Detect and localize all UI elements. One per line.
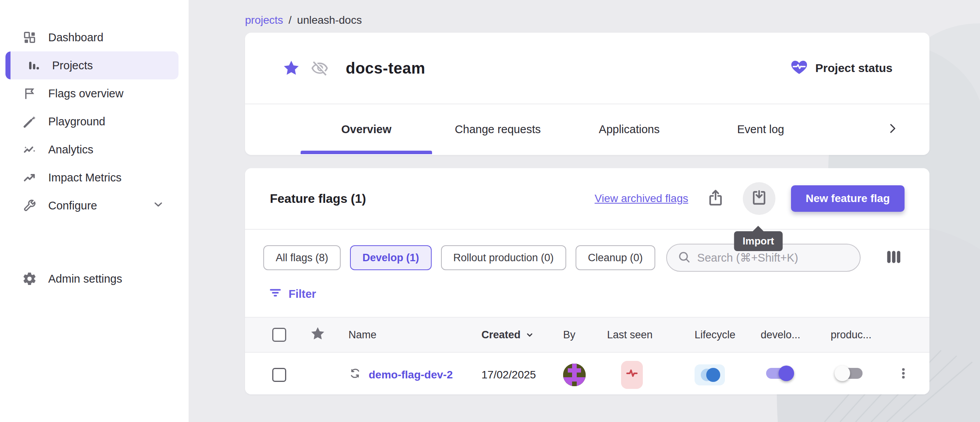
project-header-card: docs-team Project status Overview Ch (245, 33, 929, 155)
columns-icon (884, 247, 903, 268)
flag-table-row: demo-flag-dev-2 17/02/2025 (245, 353, 929, 394)
sync-icon (348, 367, 362, 383)
sidebar-item-label: Configure (48, 199, 97, 212)
project-title: docs-team (346, 60, 425, 77)
column-header-last-seen[interactable]: Last seen (607, 329, 695, 341)
sidebar-item-label: Dashboard (48, 31, 103, 44)
column-header-lifecycle[interactable]: Lifecycle (695, 329, 761, 341)
favorite-column-icon[interactable] (310, 325, 348, 345)
flag-filters-row: All flags (8) Develop (1) Rollout produc… (245, 230, 929, 272)
tab-applications[interactable]: Applications (564, 104, 695, 154)
filter-label: Filter (289, 288, 316, 301)
new-feature-flag-button[interactable]: New feature flag (791, 185, 905, 212)
production-environment-toggle[interactable] (836, 368, 863, 379)
column-header-production[interactable]: produc... (831, 329, 891, 341)
kebab-menu-icon (897, 367, 910, 380)
chevron-down-icon (152, 198, 164, 213)
sidebar-item-analytics[interactable]: Analytics (0, 135, 189, 164)
flags-actions: View archived flags New feature flag (595, 182, 905, 215)
main-content: projects / unleash-docs docs-team (189, 0, 980, 422)
tab-label: Applications (599, 123, 660, 136)
columns-button[interactable] (884, 247, 903, 268)
chevron-right-icon (886, 122, 899, 137)
row-actions-menu-button[interactable] (897, 367, 914, 383)
breadcrumb-separator: / (289, 14, 292, 26)
export-button[interactable] (704, 187, 727, 210)
tab-change-requests[interactable]: Change requests (432, 104, 564, 154)
breadcrumb-current: unleash-docs (297, 14, 362, 26)
sidebar-item-admin-settings[interactable]: Admin settings (0, 265, 189, 293)
tab-label: Overview (341, 123, 392, 136)
feature-flags-card: Feature flags (1) View archived flags (245, 168, 929, 394)
search-input[interactable] (697, 251, 850, 264)
chip-rollout-production[interactable]: Rollout production (0) (441, 245, 566, 270)
toggle-thumb (835, 366, 850, 381)
tab-overview[interactable]: Overview (301, 104, 432, 154)
column-header-name[interactable]: Name (348, 329, 481, 341)
favorite-star-icon[interactable] (282, 59, 301, 77)
sidebar-item-impact-metrics[interactable]: Impact Metrics (0, 164, 189, 192)
wand-icon (22, 114, 37, 129)
lifecycle-pre-live-badge[interactable] (695, 364, 725, 385)
gear-icon (22, 271, 37, 287)
sidebar-item-label: Admin settings (48, 273, 122, 285)
avatar (563, 364, 586, 386)
flags-table-header: Name Created By Last seen Lifecycle deve… (245, 317, 929, 353)
filter-icon (268, 286, 282, 302)
flag-name-link[interactable]: demo-flag-dev-2 (369, 369, 453, 381)
import-icon (749, 188, 769, 209)
analytics-icon (22, 142, 37, 157)
production-toggle-cell (831, 368, 891, 382)
tab-label: Change requests (455, 123, 541, 136)
projects-icon (26, 58, 41, 73)
column-header-develop[interactable]: develo... (761, 329, 831, 341)
sidebar-item-projects[interactable]: Projects (5, 51, 178, 79)
sidebar-item-label: Projects (52, 59, 93, 72)
export-icon (705, 188, 726, 209)
sidebar-item-configure[interactable]: Configure (0, 192, 189, 220)
flag-icon (22, 86, 37, 101)
dashboard-icon (22, 30, 37, 45)
column-header-created[interactable]: Created (481, 329, 563, 341)
filter-button[interactable]: Filter (245, 272, 331, 302)
heart-pulse-icon (790, 58, 808, 79)
trending-up-icon (22, 170, 37, 185)
last-seen-cell (607, 361, 695, 389)
chip-all-flags[interactable]: All flags (8) (263, 245, 341, 270)
project-title-row: docs-team Project status (245, 33, 929, 104)
tab-event-log[interactable]: Event log (695, 104, 826, 154)
import-tooltip: Import (734, 231, 783, 251)
last-seen-badge[interactable] (621, 361, 643, 389)
develop-toggle-cell (761, 368, 831, 382)
wrench-icon (22, 198, 37, 213)
sidebar-item-label: Playground (48, 115, 105, 128)
search-icon (677, 250, 691, 266)
view-archived-flags-link[interactable]: View archived flags (595, 192, 688, 205)
flags-header: Feature flags (1) View archived flags (245, 168, 929, 230)
project-status-button[interactable]: Project status (790, 58, 892, 79)
row-checkbox[interactable] (272, 368, 286, 382)
breadcrumb-link-projects[interactable]: projects (245, 14, 283, 26)
sidebar: Dashboard Projects Flags overview Playgr… (0, 0, 189, 422)
sidebar-item-label: Analytics (48, 143, 93, 156)
project-status-label: Project status (816, 62, 892, 75)
lifecycle-stage-front-circle (706, 368, 720, 382)
sidebar-item-playground[interactable]: Playground (0, 107, 189, 135)
import-button[interactable] (743, 182, 775, 215)
column-header-by[interactable]: By (563, 329, 607, 341)
toggle-thumb (779, 366, 794, 381)
eye-off-icon (311, 59, 329, 77)
tabs-scroll-right-button[interactable] (886, 104, 899, 154)
sidebar-item-label: Impact Metrics (48, 171, 122, 184)
chip-cleanup[interactable]: Cleanup (0) (576, 245, 655, 270)
sort-desc-icon (525, 330, 535, 340)
sidebar-item-flags-overview[interactable]: Flags overview (0, 79, 189, 107)
develop-environment-toggle[interactable] (766, 368, 793, 379)
flag-name-cell: demo-flag-dev-2 (348, 367, 481, 383)
select-all-checkbox[interactable] (272, 328, 286, 342)
app-root: Dashboard Projects Flags overview Playgr… (0, 0, 980, 422)
chip-develop[interactable]: Develop (1) (350, 245, 432, 270)
sidebar-item-dashboard[interactable]: Dashboard (0, 23, 189, 51)
active-tab-indicator (301, 151, 432, 154)
lifecycle-cell (695, 364, 761, 385)
